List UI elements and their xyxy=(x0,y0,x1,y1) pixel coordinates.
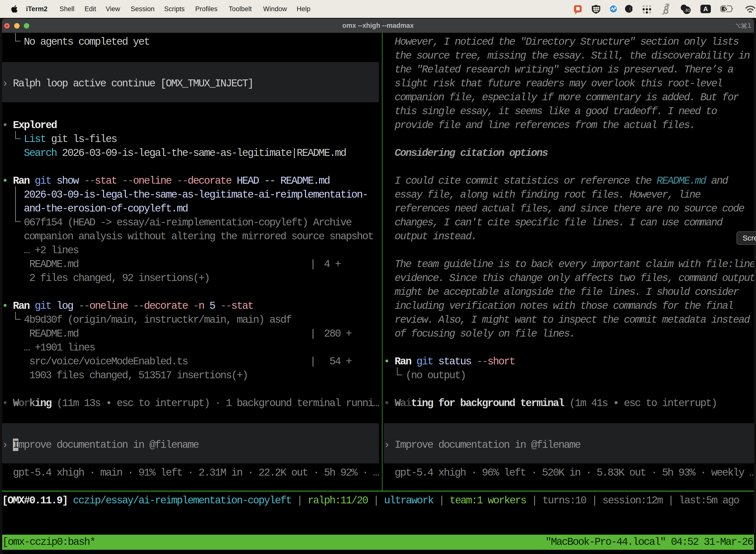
svg-text:..61: ..61 xyxy=(684,8,690,12)
svg-text:A: A xyxy=(703,5,708,13)
